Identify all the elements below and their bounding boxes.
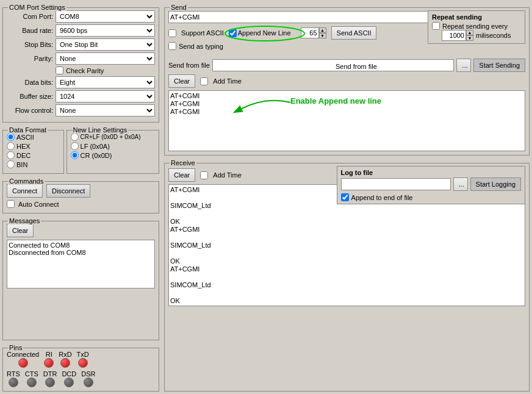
pins-title: Pins [8, 344, 23, 351]
append-newline-checkbox[interactable] [229, 29, 237, 37]
stop-bits-select[interactable]: One Stop Bit [56, 38, 155, 51]
data-format-group: Data Format ASCII HEX DEC BIN [2, 130, 64, 174]
support-ascii-label: Support ASCII [181, 29, 224, 37]
repeat-every-label: Repeat sending every [442, 23, 508, 30]
pin-rxd: RxD [59, 351, 71, 368]
disconnect-button[interactable]: Disconnect [46, 184, 90, 198]
parity-select[interactable]: None [56, 52, 155, 65]
data-format-title: Data Format [8, 126, 48, 134]
receive-title: Receive [170, 159, 196, 167]
ascii-spinbox: ▲ ▼ [301, 27, 326, 38]
send-log-area[interactable]: AT+CGMI AT+CGMI AT+CGMI [168, 90, 525, 151]
buffer-size-select[interactable]: 1024 [56, 90, 155, 102]
receive-clear-button[interactable]: Clear [168, 168, 195, 182]
send-clear-button[interactable]: Clear [168, 74, 195, 88]
format-hex-radio[interactable] [7, 142, 15, 150]
ascii-value-input[interactable] [301, 27, 319, 38]
check-parity-checkbox[interactable] [56, 66, 63, 74]
format-ascii-label: ASCII [16, 134, 34, 141]
pin-rts: RTS [7, 370, 20, 387]
auto-connect-label: Auto Connect [18, 201, 59, 208]
flow-control-label: Flow control: [7, 107, 56, 114]
new-line-title: New Line Settings [72, 126, 129, 134]
format-dec-radio[interactable] [7, 151, 15, 159]
com-port-select[interactable]: COM8 [56, 10, 155, 23]
send-from-file-label: Send from file [336, 63, 377, 70]
pins-row-1: Connected RI RxD TxD [7, 351, 155, 368]
nl-cr-radio[interactable] [71, 151, 79, 159]
send-add-time-checkbox[interactable] [200, 77, 208, 85]
pin-dtr-label: DTR [43, 370, 57, 378]
pin-dsr-led [84, 378, 93, 387]
receive-log-line-11: AT+CGMI [170, 265, 517, 273]
receive-log-line-12 [170, 273, 517, 281]
pin-ri: RI [44, 351, 54, 368]
repeat-spinbox-buttons: ▲ ▼ [466, 30, 473, 41]
format-bin-row: BIN [7, 160, 60, 168]
repeat-sending-box: Repeat sending Repeat sending every ▲ ▼ … [428, 10, 525, 44]
log-browse-button[interactable]: ... [453, 177, 468, 191]
format-dec-row: DEC [7, 151, 60, 159]
data-bits-select[interactable]: Eight [56, 76, 155, 88]
send-add-time-label: Add Time [213, 77, 241, 85]
stop-bits-row: Stop Bits: One Stop Bit [7, 38, 155, 51]
buffer-size-label: Buffer size: [7, 93, 56, 100]
receive-log-line-8: SIMCOM_Ltd [170, 242, 517, 249]
format-hex-label: HEX [16, 143, 31, 150]
nl-crlf-row: CR+LF (0x0D + 0x0A) [71, 133, 155, 141]
pin-dtr: DTR [43, 370, 57, 387]
repeat-checkbox[interactable] [432, 22, 440, 30]
send-from-file-label2: Send from file [168, 62, 210, 69]
pin-dtr-led [45, 378, 55, 387]
nl-crlf-label: CR+LF (0x0D + 0x0A) [81, 134, 141, 140]
receive-log-line-13: SIMCOM_Ltd [170, 281, 517, 288]
connect-button[interactable]: Connect [7, 184, 43, 198]
parity-label: Parity: [7, 55, 56, 62]
start-logging-button[interactable]: Start Logging [470, 177, 521, 191]
receive-log-line-15: OK [170, 297, 517, 304]
message-line-1: Connected to COM8 [9, 242, 153, 249]
log-to-file-label: Log to file [341, 169, 521, 176]
nl-crlf-radio[interactable] [71, 133, 79, 141]
support-ascii-checkbox[interactable] [168, 29, 176, 37]
repeat-input[interactable] [442, 30, 466, 41]
ascii-decrement-button[interactable]: ▼ [319, 33, 326, 38]
pin-connected-label: Connected [7, 351, 39, 358]
receive-section: Receive Log to file ... Start Logging Ap… [164, 163, 530, 392]
pin-dsr-label: DSR [81, 370, 95, 378]
baud-rate-select[interactable]: 9600 bps [56, 24, 155, 37]
log-file-input[interactable] [341, 178, 451, 190]
append-to-file-checkbox[interactable] [341, 193, 349, 201]
check-parity-row: Check Parity [7, 66, 155, 74]
format-ascii-radio[interactable] [7, 133, 15, 141]
send-browse-button[interactable]: ... [456, 59, 471, 72]
repeat-increment-button[interactable]: ▲ [466, 30, 473, 35]
send-file-path-input[interactable] [212, 59, 454, 71]
pin-rts-label: RTS [7, 370, 20, 378]
start-sending-button[interactable]: Start Sending [473, 59, 525, 72]
receive-log-line-6: AT+CGMI [170, 226, 517, 233]
clear-messages-button[interactable]: Clear [7, 224, 34, 237]
message-line-2: Disconnected from COM8 [9, 249, 153, 256]
receive-add-time-checkbox[interactable] [200, 171, 208, 179]
send-log-wrapper: AT+CGMI AT+CGMI AT+CGMI Enable Append ne… [168, 90, 525, 151]
pin-dcd-label: DCD [62, 370, 76, 378]
flow-control-select[interactable]: None [56, 104, 155, 116]
pin-ri-led [44, 358, 54, 368]
send-as-typing-label: Send as typing [179, 43, 223, 50]
auto-connect-row: Auto Connect [7, 200, 155, 208]
pin-rxd-led [60, 358, 70, 368]
send-as-typing-checkbox[interactable] [168, 42, 176, 50]
send-ascii-button[interactable]: Send ASCII [331, 26, 377, 40]
nl-lf-radio[interactable] [71, 142, 79, 150]
receive-add-time-label: Add Time [213, 171, 241, 179]
ascii-increment-button[interactable]: ▲ [319, 27, 326, 33]
format-bin-radio[interactable] [7, 160, 15, 168]
buffer-size-row: Buffer size: 1024 [7, 90, 155, 102]
repeat-spinbox: ▲ ▼ [442, 30, 473, 41]
com-port-settings-group: COM Port Settings Com Port: COM8 Baud ra… [2, 7, 159, 123]
send-title: Send [170, 4, 188, 11]
pin-txd-label: TxD [77, 351, 89, 358]
auto-connect-checkbox[interactable] [7, 200, 15, 208]
repeat-decrement-button[interactable]: ▼ [466, 35, 473, 41]
